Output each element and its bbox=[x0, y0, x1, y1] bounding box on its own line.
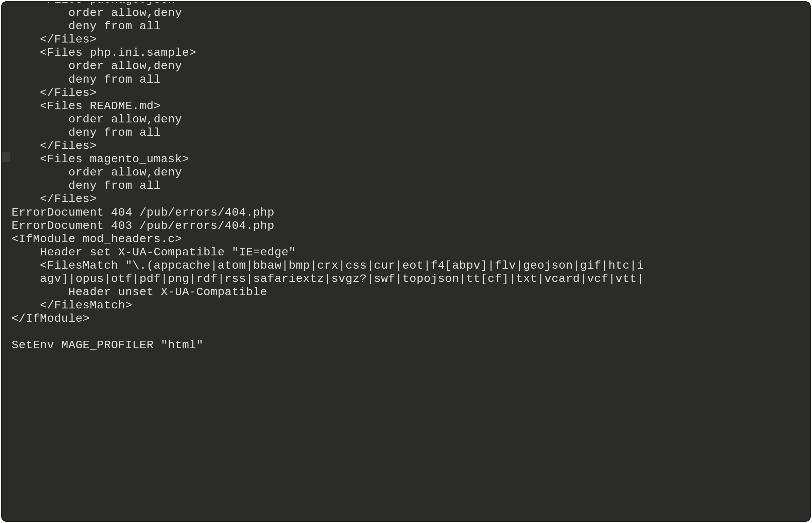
gutter-marker bbox=[2, 152, 10, 162]
code-line[interactable]: <Files php.ini.sample> bbox=[12, 46, 810, 60]
code-line[interactable]: order allow,deny bbox=[12, 166, 810, 179]
code-line[interactable]: </IfModule> bbox=[12, 312, 810, 325]
indent-guide bbox=[26, 139, 26, 153]
code-line[interactable]: </Files> bbox=[12, 33, 810, 46]
indent-guide bbox=[26, 259, 26, 272]
indent-guide bbox=[26, 73, 26, 86]
code-line[interactable]: <IfModule mod_headers.c> bbox=[12, 233, 810, 246]
code-line[interactable]: deny from all bbox=[12, 179, 810, 192]
indent-guide bbox=[26, 1, 26, 6]
indent-guide bbox=[54, 166, 54, 179]
indent-guide bbox=[26, 33, 26, 46]
code-line[interactable]: deny from all bbox=[12, 73, 810, 86]
code-line[interactable]: </FilesMatch> bbox=[12, 299, 810, 312]
code-line[interactable]: deny from all bbox=[12, 126, 810, 139]
code-line[interactable]: </Files> bbox=[12, 139, 810, 153]
indent-guide bbox=[26, 6, 26, 20]
code-line[interactable]: order allow,deny bbox=[12, 6, 810, 20]
code-line[interactable]: order allow,deny bbox=[12, 60, 810, 73]
indent-guide bbox=[26, 113, 26, 126]
code-line[interactable]: Header unset X-UA-Compatible bbox=[12, 286, 810, 299]
indent-guide bbox=[54, 73, 54, 86]
code-content[interactable]: <Files package.json> order allow,deny de… bbox=[2, 1, 810, 352]
indent-guide bbox=[26, 153, 26, 166]
indent-guide bbox=[54, 286, 54, 299]
indent-guide bbox=[26, 166, 26, 179]
indent-guide bbox=[26, 60, 26, 73]
code-line[interactable]: order allow,deny bbox=[12, 113, 810, 126]
code-line[interactable]: <Files README.md> bbox=[12, 100, 810, 113]
code-line[interactable]: agv]|opus|otf|pdf|png|rdf|rss|safariextz… bbox=[12, 272, 810, 286]
code-line[interactable]: SetEnv MAGE_PROFILER "html" bbox=[12, 339, 810, 352]
indent-guide bbox=[26, 126, 26, 139]
indent-guide bbox=[54, 179, 54, 192]
code-line[interactable] bbox=[12, 325, 810, 339]
indent-guide bbox=[54, 20, 54, 33]
indent-guide bbox=[54, 6, 54, 20]
code-line[interactable]: ErrorDocument 403 /pub/errors/404.php bbox=[12, 219, 810, 233]
indent-guide bbox=[26, 299, 26, 312]
indent-guide bbox=[26, 46, 26, 60]
code-line[interactable]: ErrorDocument 404 /pub/errors/404.php bbox=[12, 206, 810, 219]
indent-guide bbox=[26, 179, 26, 192]
indent-guide bbox=[26, 246, 26, 259]
code-line[interactable]: <Files package.json> bbox=[12, 1, 810, 6]
indent-guide bbox=[54, 113, 54, 126]
indent-guide bbox=[26, 86, 26, 100]
code-line[interactable]: deny from all bbox=[12, 20, 810, 33]
code-line[interactable]: </Files> bbox=[12, 86, 810, 100]
code-line[interactable]: Header set X-UA-Compatible "IE=edge" bbox=[12, 246, 810, 259]
indent-guide bbox=[54, 60, 54, 73]
indent-guide bbox=[26, 272, 26, 286]
code-line[interactable]: </Files> bbox=[12, 192, 810, 206]
code-editor-window: <Files package.json> order allow,deny de… bbox=[1, 1, 811, 522]
code-line[interactable]: <FilesMatch "\.(appcache|atom|bbaw|bmp|c… bbox=[12, 259, 810, 272]
code-line[interactable]: <Files magento_umask> bbox=[12, 153, 810, 166]
indent-guide bbox=[26, 192, 26, 206]
indent-guide bbox=[54, 126, 54, 139]
indent-guide bbox=[26, 20, 26, 33]
indent-guide bbox=[26, 100, 26, 113]
indent-guide bbox=[26, 286, 26, 299]
